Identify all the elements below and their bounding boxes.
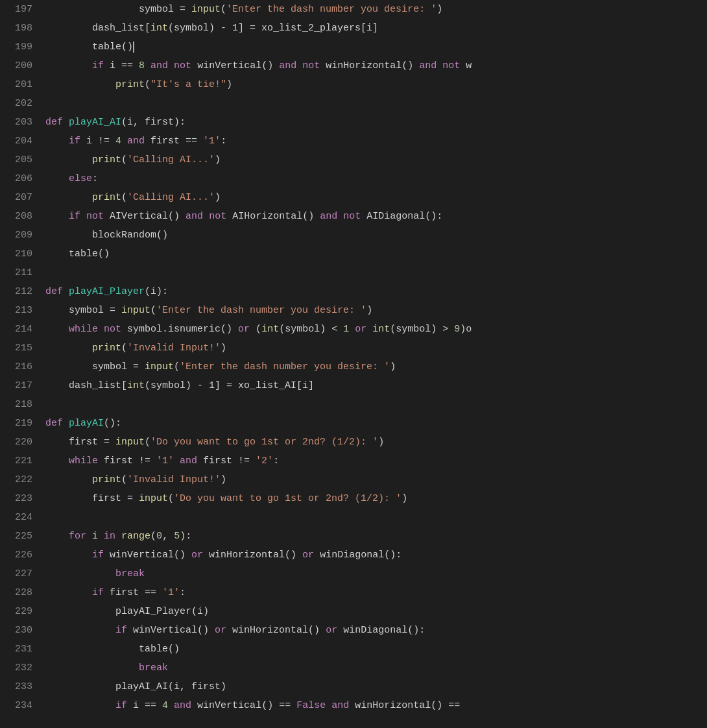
code-line <box>45 263 707 282</box>
line-number: 200 <box>6 56 32 75</box>
line-number: 227 <box>6 564 32 583</box>
code-line: def playAI_AI(i, first): <box>45 113 707 132</box>
code-line <box>45 508 707 527</box>
code-editor: 1971981992002012022032042052062072082092… <box>0 0 707 728</box>
code-line: if winVertical() or winHorizontal() or w… <box>45 621 707 640</box>
code-line: while first != '1' and first != '2': <box>45 452 707 470</box>
code-line: table() <box>45 640 707 659</box>
code-line: symbol = input('Enter the dash number yo… <box>45 0 707 19</box>
line-number: 213 <box>6 301 32 320</box>
line-number: 205 <box>6 151 32 169</box>
code-line: for i in range(0, 5): <box>45 527 707 546</box>
code-line: break <box>45 659 707 677</box>
code-line: if not AIVertical() and not AIHorizontal… <box>45 207 707 226</box>
line-number: 228 <box>6 583 32 602</box>
code-line: if i == 4 and winVertical() == False and… <box>45 696 707 715</box>
code-line: playAI_AI(i, first) <box>45 677 707 696</box>
line-number: 207 <box>6 188 32 207</box>
line-number: 210 <box>6 245 32 263</box>
code-line: symbol = input('Enter the dash number yo… <box>45 301 707 320</box>
code-line <box>45 395 707 414</box>
line-number: 226 <box>6 546 32 564</box>
code-line: symbol = input('Enter the dash number yo… <box>45 358 707 376</box>
code-line: if i == 8 and not winVertical() and not … <box>45 56 707 75</box>
line-number: 231 <box>6 640 32 659</box>
code-line: print('Invalid Input!') <box>45 339 707 358</box>
line-number: 202 <box>6 94 32 113</box>
code-line: def playAI_Player(i): <box>45 282 707 301</box>
code-line: print('Calling AI...') <box>45 188 707 207</box>
line-number: 229 <box>6 602 32 621</box>
code-line: blockRandom() <box>45 226 707 245</box>
line-numbers: 1971981992002012022032042052062072082092… <box>0 0 39 728</box>
code-line: if first == '1': <box>45 583 707 602</box>
line-number: 211 <box>6 263 32 282</box>
line-number: 234 <box>6 696 32 715</box>
line-number: 209 <box>6 226 32 245</box>
code-line: dash_list[int(symbol) - 1] = xo_list_2_p… <box>45 19 707 38</box>
line-number: 203 <box>6 113 32 132</box>
code-line: def playAI(): <box>45 414 707 433</box>
line-number: 212 <box>6 282 32 301</box>
line-number: 233 <box>6 677 32 696</box>
code-line: print("It's a tie!") <box>45 75 707 94</box>
code-line <box>45 94 707 113</box>
line-number: 216 <box>6 358 32 376</box>
line-number: 232 <box>6 659 32 677</box>
code-line: playAI_Player(i) <box>45 602 707 621</box>
text-cursor <box>133 42 134 53</box>
code-line: table() <box>45 38 707 56</box>
line-number: 221 <box>6 452 32 470</box>
line-number: 208 <box>6 207 32 226</box>
line-number: 198 <box>6 19 32 38</box>
code-line: first = input('Do you want to go 1st or … <box>45 433 707 452</box>
code-line: break <box>45 564 707 583</box>
code-line: while not symbol.isnumeric() or (int(sym… <box>45 320 707 339</box>
line-number: 206 <box>6 169 32 188</box>
line-number: 217 <box>6 376 32 395</box>
line-number: 218 <box>6 395 32 414</box>
code-line: print('Invalid Input!') <box>45 470 707 489</box>
line-number: 199 <box>6 38 32 56</box>
code-line: if winVertical() or winHorizontal() or w… <box>45 546 707 564</box>
line-number: 214 <box>6 320 32 339</box>
line-number: 197 <box>6 0 32 19</box>
line-number: 204 <box>6 132 32 151</box>
code-line: if i != 4 and first == '1': <box>45 132 707 151</box>
code-content[interactable]: symbol = input('Enter the dash number yo… <box>39 0 707 728</box>
code-line: print('Calling AI...') <box>45 151 707 169</box>
code-line: first = input('Do you want to go 1st or … <box>45 489 707 508</box>
line-number: 215 <box>6 339 32 358</box>
line-number: 219 <box>6 414 32 433</box>
line-number: 201 <box>6 75 32 94</box>
code-line: else: <box>45 169 707 188</box>
line-number: 222 <box>6 470 32 489</box>
line-number: 220 <box>6 433 32 452</box>
line-number: 225 <box>6 527 32 546</box>
line-number: 223 <box>6 489 32 508</box>
line-number: 224 <box>6 508 32 527</box>
line-number: 230 <box>6 621 32 640</box>
code-line: table() <box>45 245 707 263</box>
code-line: dash_list[int(symbol) - 1] = xo_list_AI[… <box>45 376 707 395</box>
